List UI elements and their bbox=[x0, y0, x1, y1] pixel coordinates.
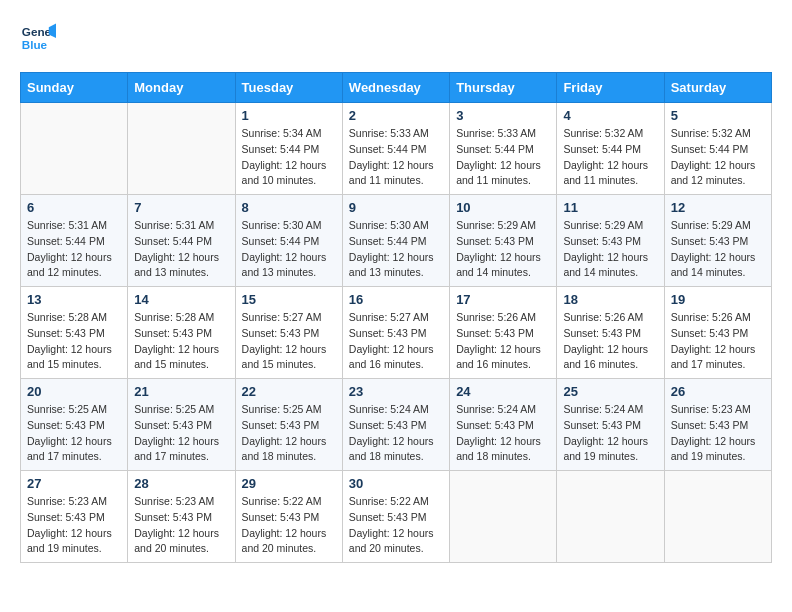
calendar-week-row: 1Sunrise: 5:34 AMSunset: 5:44 PMDaylight… bbox=[21, 103, 772, 195]
day-detail: Sunrise: 5:30 AMSunset: 5:44 PMDaylight:… bbox=[349, 218, 443, 281]
calendar-day-cell: 5Sunrise: 5:32 AMSunset: 5:44 PMDaylight… bbox=[664, 103, 771, 195]
calendar-day-cell: 12Sunrise: 5:29 AMSunset: 5:43 PMDayligh… bbox=[664, 195, 771, 287]
weekday-header-monday: Monday bbox=[128, 73, 235, 103]
day-detail: Sunrise: 5:24 AMSunset: 5:43 PMDaylight:… bbox=[563, 402, 657, 465]
day-detail: Sunrise: 5:23 AMSunset: 5:43 PMDaylight:… bbox=[671, 402, 765, 465]
day-number: 11 bbox=[563, 200, 657, 215]
day-detail: Sunrise: 5:28 AMSunset: 5:43 PMDaylight:… bbox=[27, 310, 121, 373]
day-number: 7 bbox=[134, 200, 228, 215]
calendar-day-cell: 13Sunrise: 5:28 AMSunset: 5:43 PMDayligh… bbox=[21, 287, 128, 379]
calendar-week-row: 20Sunrise: 5:25 AMSunset: 5:43 PMDayligh… bbox=[21, 379, 772, 471]
day-number: 26 bbox=[671, 384, 765, 399]
weekday-header-saturday: Saturday bbox=[664, 73, 771, 103]
day-detail: Sunrise: 5:26 AMSunset: 5:43 PMDaylight:… bbox=[563, 310, 657, 373]
calendar-day-cell: 21Sunrise: 5:25 AMSunset: 5:43 PMDayligh… bbox=[128, 379, 235, 471]
day-detail: Sunrise: 5:34 AMSunset: 5:44 PMDaylight:… bbox=[242, 126, 336, 189]
svg-text:Blue: Blue bbox=[22, 38, 48, 51]
weekday-header-friday: Friday bbox=[557, 73, 664, 103]
calendar-week-row: 13Sunrise: 5:28 AMSunset: 5:43 PMDayligh… bbox=[21, 287, 772, 379]
day-detail: Sunrise: 5:29 AMSunset: 5:43 PMDaylight:… bbox=[671, 218, 765, 281]
day-number: 8 bbox=[242, 200, 336, 215]
weekday-header-tuesday: Tuesday bbox=[235, 73, 342, 103]
day-detail: Sunrise: 5:29 AMSunset: 5:43 PMDaylight:… bbox=[456, 218, 550, 281]
day-number: 21 bbox=[134, 384, 228, 399]
calendar-day-cell: 16Sunrise: 5:27 AMSunset: 5:43 PMDayligh… bbox=[342, 287, 449, 379]
calendar-day-cell: 27Sunrise: 5:23 AMSunset: 5:43 PMDayligh… bbox=[21, 471, 128, 563]
day-detail: Sunrise: 5:23 AMSunset: 5:43 PMDaylight:… bbox=[134, 494, 228, 557]
day-detail: Sunrise: 5:31 AMSunset: 5:44 PMDaylight:… bbox=[134, 218, 228, 281]
calendar-day-cell: 28Sunrise: 5:23 AMSunset: 5:43 PMDayligh… bbox=[128, 471, 235, 563]
day-number: 30 bbox=[349, 476, 443, 491]
calendar-day-cell: 29Sunrise: 5:22 AMSunset: 5:43 PMDayligh… bbox=[235, 471, 342, 563]
day-number: 1 bbox=[242, 108, 336, 123]
day-detail: Sunrise: 5:32 AMSunset: 5:44 PMDaylight:… bbox=[563, 126, 657, 189]
calendar-day-cell: 3Sunrise: 5:33 AMSunset: 5:44 PMDaylight… bbox=[450, 103, 557, 195]
day-detail: Sunrise: 5:31 AMSunset: 5:44 PMDaylight:… bbox=[27, 218, 121, 281]
calendar-day-cell bbox=[664, 471, 771, 563]
calendar-day-cell: 10Sunrise: 5:29 AMSunset: 5:43 PMDayligh… bbox=[450, 195, 557, 287]
day-detail: Sunrise: 5:28 AMSunset: 5:43 PMDaylight:… bbox=[134, 310, 228, 373]
calendar-day-cell: 2Sunrise: 5:33 AMSunset: 5:44 PMDaylight… bbox=[342, 103, 449, 195]
day-number: 28 bbox=[134, 476, 228, 491]
calendar-day-cell bbox=[21, 103, 128, 195]
day-number: 15 bbox=[242, 292, 336, 307]
calendar-day-cell: 22Sunrise: 5:25 AMSunset: 5:43 PMDayligh… bbox=[235, 379, 342, 471]
day-detail: Sunrise: 5:25 AMSunset: 5:43 PMDaylight:… bbox=[242, 402, 336, 465]
day-detail: Sunrise: 5:30 AMSunset: 5:44 PMDaylight:… bbox=[242, 218, 336, 281]
page-header: General Blue bbox=[20, 20, 772, 56]
day-number: 25 bbox=[563, 384, 657, 399]
day-number: 6 bbox=[27, 200, 121, 215]
calendar-day-cell bbox=[128, 103, 235, 195]
calendar-day-cell bbox=[557, 471, 664, 563]
day-detail: Sunrise: 5:33 AMSunset: 5:44 PMDaylight:… bbox=[349, 126, 443, 189]
day-detail: Sunrise: 5:26 AMSunset: 5:43 PMDaylight:… bbox=[456, 310, 550, 373]
weekday-header-thursday: Thursday bbox=[450, 73, 557, 103]
day-number: 2 bbox=[349, 108, 443, 123]
day-number: 17 bbox=[456, 292, 550, 307]
day-detail: Sunrise: 5:25 AMSunset: 5:43 PMDaylight:… bbox=[134, 402, 228, 465]
day-number: 23 bbox=[349, 384, 443, 399]
calendar-day-cell: 26Sunrise: 5:23 AMSunset: 5:43 PMDayligh… bbox=[664, 379, 771, 471]
day-detail: Sunrise: 5:29 AMSunset: 5:43 PMDaylight:… bbox=[563, 218, 657, 281]
calendar-day-cell: 24Sunrise: 5:24 AMSunset: 5:43 PMDayligh… bbox=[450, 379, 557, 471]
day-number: 14 bbox=[134, 292, 228, 307]
calendar-day-cell: 1Sunrise: 5:34 AMSunset: 5:44 PMDaylight… bbox=[235, 103, 342, 195]
logo-icon: General Blue bbox=[20, 20, 56, 56]
day-number: 20 bbox=[27, 384, 121, 399]
calendar-day-cell: 20Sunrise: 5:25 AMSunset: 5:43 PMDayligh… bbox=[21, 379, 128, 471]
logo: General Blue bbox=[20, 20, 56, 56]
calendar-day-cell: 18Sunrise: 5:26 AMSunset: 5:43 PMDayligh… bbox=[557, 287, 664, 379]
day-detail: Sunrise: 5:24 AMSunset: 5:43 PMDaylight:… bbox=[456, 402, 550, 465]
calendar-day-cell: 30Sunrise: 5:22 AMSunset: 5:43 PMDayligh… bbox=[342, 471, 449, 563]
day-detail: Sunrise: 5:24 AMSunset: 5:43 PMDaylight:… bbox=[349, 402, 443, 465]
calendar-week-row: 6Sunrise: 5:31 AMSunset: 5:44 PMDaylight… bbox=[21, 195, 772, 287]
calendar-day-cell: 19Sunrise: 5:26 AMSunset: 5:43 PMDayligh… bbox=[664, 287, 771, 379]
day-number: 29 bbox=[242, 476, 336, 491]
calendar-day-cell: 7Sunrise: 5:31 AMSunset: 5:44 PMDaylight… bbox=[128, 195, 235, 287]
day-number: 10 bbox=[456, 200, 550, 215]
day-detail: Sunrise: 5:33 AMSunset: 5:44 PMDaylight:… bbox=[456, 126, 550, 189]
day-number: 16 bbox=[349, 292, 443, 307]
calendar-day-cell: 9Sunrise: 5:30 AMSunset: 5:44 PMDaylight… bbox=[342, 195, 449, 287]
weekday-header-sunday: Sunday bbox=[21, 73, 128, 103]
day-detail: Sunrise: 5:25 AMSunset: 5:43 PMDaylight:… bbox=[27, 402, 121, 465]
day-detail: Sunrise: 5:22 AMSunset: 5:43 PMDaylight:… bbox=[242, 494, 336, 557]
calendar-day-cell: 14Sunrise: 5:28 AMSunset: 5:43 PMDayligh… bbox=[128, 287, 235, 379]
calendar-week-row: 27Sunrise: 5:23 AMSunset: 5:43 PMDayligh… bbox=[21, 471, 772, 563]
calendar-day-cell: 4Sunrise: 5:32 AMSunset: 5:44 PMDaylight… bbox=[557, 103, 664, 195]
day-number: 13 bbox=[27, 292, 121, 307]
day-number: 19 bbox=[671, 292, 765, 307]
day-number: 27 bbox=[27, 476, 121, 491]
calendar-day-cell: 8Sunrise: 5:30 AMSunset: 5:44 PMDaylight… bbox=[235, 195, 342, 287]
day-number: 12 bbox=[671, 200, 765, 215]
calendar-day-cell bbox=[450, 471, 557, 563]
calendar-day-cell: 11Sunrise: 5:29 AMSunset: 5:43 PMDayligh… bbox=[557, 195, 664, 287]
calendar-day-cell: 23Sunrise: 5:24 AMSunset: 5:43 PMDayligh… bbox=[342, 379, 449, 471]
day-number: 22 bbox=[242, 384, 336, 399]
day-number: 18 bbox=[563, 292, 657, 307]
weekday-header-wednesday: Wednesday bbox=[342, 73, 449, 103]
day-number: 5 bbox=[671, 108, 765, 123]
day-detail: Sunrise: 5:26 AMSunset: 5:43 PMDaylight:… bbox=[671, 310, 765, 373]
day-number: 9 bbox=[349, 200, 443, 215]
day-detail: Sunrise: 5:22 AMSunset: 5:43 PMDaylight:… bbox=[349, 494, 443, 557]
